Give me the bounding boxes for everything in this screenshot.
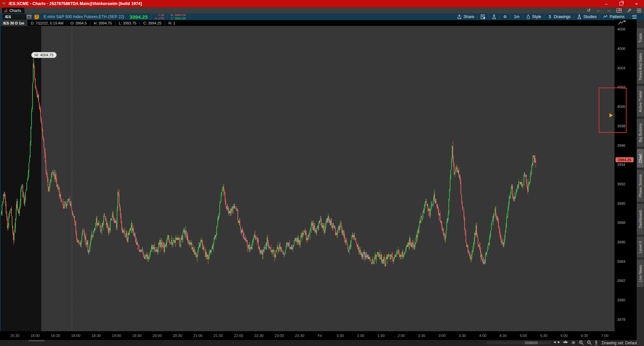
scrollbar-segment[interactable]: [29, 340, 45, 341]
session-high-bubble[interactable]: Hi: 4004.75: [31, 52, 57, 58]
last-price: 3994.25: [129, 14, 148, 20]
time-tick: 6:00: [557, 334, 572, 338]
time-tick: 6:30: [577, 334, 592, 338]
corporate-actions-badge[interactable]: 7: [35, 15, 39, 19]
sidebar-tab-phase-scores[interactable]: Phase Scores: [637, 170, 644, 202]
time-tick: 19:00: [109, 334, 124, 338]
sidebar-tab-times-and-sales[interactable]: Times And Sales: [637, 50, 644, 84]
patterns-zigzag-icon: [603, 14, 608, 19]
time-tick: 20:30: [170, 334, 185, 338]
scroll-left-icon[interactable]: ◀: [553, 340, 556, 344]
pan-icon[interactable]: ◀‖▶: [563, 340, 568, 344]
time-tick: 20:00: [150, 334, 165, 338]
dollar-axis-icon[interactable]: $: [595, 340, 597, 345]
tab-strip: Charts ↺ ← →: [0, 7, 644, 13]
share-button[interactable]: Share: [454, 14, 477, 19]
price-tick: 3990: [617, 201, 634, 206]
time-tick: 16:30: [48, 334, 63, 338]
scrollbar-thumb[interactable]: |||: [525, 341, 538, 344]
time-tick: 21:00: [191, 334, 205, 338]
candlestick-canvas[interactable]: [0, 26, 616, 331]
sidebar-tab-active-trader[interactable]: Active Trader: [637, 86, 644, 117]
pin-icon[interactable]: [627, 8, 631, 13]
time-tick: 5:00: [516, 334, 531, 338]
tab-charts[interactable]: Charts: [2, 8, 24, 13]
bar-open: O: 3994.5: [67, 21, 90, 25]
share-icon: [457, 14, 462, 19]
bar-low: L: 3993.75: [115, 21, 140, 25]
studies-button[interactable]: Studies: [574, 14, 600, 19]
price-tick: 3994: [617, 163, 634, 167]
price-tick: 3996: [617, 143, 634, 148]
drawing-set-label[interactable]: Drawing set: Default: [602, 341, 638, 345]
time-tick: 23:00: [272, 334, 287, 338]
title-bar[interactable]: /ES:XCME - Charts - 252787586TDA Main@th…: [0, 0, 644, 7]
dollar-icon: $: [547, 14, 552, 19]
forward-arrow-icon[interactable]: →: [606, 7, 611, 13]
bottom-toolbar: ||| ◀ ▶ ◀‖▶ ⊕ $ Drawing set: Default: [0, 340, 637, 346]
studies-flask-icon: [577, 14, 582, 19]
scroll-right-icon[interactable]: ▶: [558, 340, 560, 344]
percent-change: -0.17%: [154, 17, 164, 20]
time-tick: 2:00: [394, 334, 409, 338]
patterns-button[interactable]: Patterns: [600, 14, 628, 19]
close-button[interactable]: ×: [629, 0, 644, 7]
sidebar-tab-level-ii[interactable]: Level II: [637, 237, 644, 257]
sidebar-tab-big-buttons[interactable]: Big Buttons: [637, 119, 644, 147]
red-rectangle-drawing[interactable]: [599, 88, 627, 133]
time-tick: 22:30: [252, 334, 266, 338]
time-tick: 1:00: [353, 334, 368, 338]
sidebar-tab-trade[interactable]: Trade: [637, 28, 644, 48]
style-button[interactable]: Style: [523, 14, 544, 19]
symbol-dropdown-button[interactable]: ▼: [26, 14, 32, 19]
time-tick: 22:00: [231, 334, 246, 338]
style-brush-icon: [526, 14, 531, 19]
time-axis[interactable]: 15:3016:0016:3018:0018:3019:0019:3020:00…: [0, 331, 637, 340]
gear-icon: ⚙: [503, 14, 507, 19]
zoom-in-icon[interactable]: [579, 340, 584, 345]
sidebar-tab-dashboard[interactable]: Dashboard: [637, 204, 644, 235]
sidebar-tab-chart[interactable]: Chart: [637, 149, 644, 168]
zoom-out-icon[interactable]: [587, 340, 592, 345]
bar-chart-icon: [4, 9, 7, 12]
crosshair-icon[interactable]: ⊕: [572, 340, 575, 345]
price-tick: 3982: [617, 279, 634, 283]
price-tick: 3986: [617, 240, 634, 244]
price-axis[interactable]: 3994.25 40084006400440024000399839963994…: [614, 26, 637, 331]
minimize-button[interactable]: –: [599, 0, 614, 7]
toolbar-menu-icon[interactable]: [632, 15, 637, 19]
ohlc-readout-bar: /ES 30 D 1m D: 7/22/22, 5:19 AM O: 3994.…: [0, 20, 614, 26]
ask-price: A: 3994.50: [171, 17, 186, 20]
analysis-tools-button[interactable]: [489, 14, 499, 19]
maximize-button[interactable]: [614, 0, 629, 7]
price-tick: 3984: [617, 260, 634, 264]
grid-layout-icon[interactable]: [616, 8, 622, 13]
back-arrow-icon[interactable]: ←: [596, 7, 601, 13]
price-tick: 4004: [617, 66, 634, 70]
time-tick: 16:00: [28, 334, 43, 338]
flask-icon: [492, 14, 496, 19]
time-tick: 4:30: [496, 334, 511, 338]
undo-icon[interactable]: ↺: [587, 7, 591, 13]
chart-mode-icon[interactable]: [618, 20, 626, 25]
time-tick: 2:30: [414, 334, 429, 338]
horizontal-scrollbar[interactable]: |||: [486, 341, 551, 344]
timeframe-button[interactable]: 1m: [511, 14, 523, 19]
chart-descriptor-chip[interactable]: /ES 30 D 1m: [0, 20, 27, 26]
time-tick: 5:30: [536, 334, 551, 338]
drawings-button[interactable]: $ Drawings: [544, 14, 574, 19]
bar-date: D: 7/22/22, 5:19 AM: [27, 21, 67, 25]
menu-icon[interactable]: [637, 9, 641, 12]
time-tick: 18:30: [89, 334, 104, 338]
sidebar-tab-live-news[interactable]: Live News: [637, 260, 644, 287]
maximize-icon: [620, 2, 623, 5]
chart-toolbar: /ES ▼ 7 E-mini S&P 500 Index Futures,ETH…: [0, 13, 644, 20]
symbol-input[interactable]: /ES: [3, 14, 26, 19]
order-arrow-marker[interactable]: [609, 113, 613, 117]
quick-notes-button[interactable]: [478, 14, 488, 19]
time-tick: 1:30: [374, 334, 388, 338]
last-price-bubble: 3994.25: [615, 157, 634, 162]
window-edge: [0, 20, 1, 340]
settings-button[interactable]: ⚙: [500, 14, 511, 19]
app-logo-icon: [2, 1, 7, 6]
